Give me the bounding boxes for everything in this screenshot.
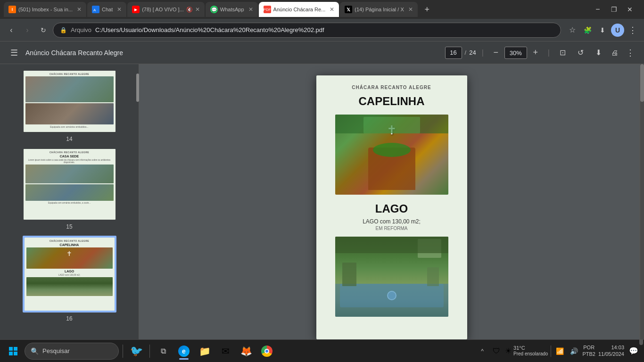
pdf-more-button[interactable]: ⋮ (623, 46, 637, 60)
new-tab-button[interactable]: + (421, 3, 434, 16)
taskbar-divider-2 (149, 345, 150, 358)
maximize-button[interactable]: ❐ (607, 3, 620, 16)
pdf-page-controls: / 24 (445, 47, 476, 59)
explorer-icon: 📁 (199, 346, 211, 357)
address-text: C:/Users/Usuario/Downloads/Anúncio%20Chá… (95, 26, 324, 33)
favicon-pdf: PDF (264, 6, 271, 13)
weather-widget[interactable]: ☀ 31°C Pred ensolarado (505, 345, 548, 357)
pdf-zoom-value: 30% (504, 47, 527, 59)
tab-close-chat[interactable]: ✕ (117, 6, 122, 13)
language-block[interactable]: POR PTB2 (582, 345, 595, 357)
tab-close-youtube[interactable]: ✕ (195, 6, 200, 13)
bookmark-icon[interactable]: ☆ (566, 24, 579, 37)
thumbnails-panel[interactable]: CHÁCARA RECANTO ALEGRE Equipada com armá… (0, 64, 139, 339)
tab-mute-icon[interactable]: 🔇 (186, 7, 193, 13)
forward-button[interactable]: › (21, 24, 34, 37)
bird-icon: 🐦 (130, 345, 143, 357)
network-icon[interactable]: 📶 (554, 346, 565, 357)
show-hidden-icons[interactable]: ^ (477, 346, 488, 357)
windows-icon (9, 347, 17, 355)
pdf-page-input[interactable] (445, 47, 462, 59)
profile-button[interactable]: U (611, 24, 624, 37)
pdf-zoom-divider: | (548, 49, 550, 57)
start-button[interactable] (4, 342, 23, 361)
tab-close-whatsapp[interactable]: ✕ (248, 6, 253, 13)
temperature: 31°C (513, 345, 548, 351)
clock-time: 14:03 (611, 345, 624, 351)
taskbar-mail[interactable]: ✉ (216, 342, 235, 361)
taskbar-edge[interactable]: e (174, 342, 193, 361)
pdf-main-view[interactable]: CHÁCARA RECANTO ALEGRE CAPELINHA ✝ LAGO … (139, 64, 644, 339)
taskbar-search[interactable]: 🔍 Pesquisar (25, 343, 119, 360)
edge-icon: e (178, 346, 190, 357)
datetime-block[interactable]: 14:03 11/05/2024 (598, 345, 624, 357)
svg-rect-2 (14, 347, 17, 351)
tab-close-imobex[interactable]: ✕ (77, 6, 82, 13)
pdf-zoom-in-button[interactable]: + (529, 46, 542, 59)
pdf-document-title: Anúncio Chácara Recanto Alegre (25, 49, 441, 57)
download-icon[interactable]: ⬇ (596, 24, 609, 37)
pdf-page-divider: | (482, 49, 484, 57)
thumbnail-frame-15: CHÁCARA RECANTO ALEGRE CASA SEDE Lorem i… (23, 148, 116, 221)
search-text: Pesquisar (42, 347, 70, 354)
tab-close-pdf[interactable]: ✕ (330, 6, 334, 13)
settings-icon[interactable]: ⋮ (626, 24, 639, 37)
tab-imobex[interactable]: I (501) Imobex - Sua in... ✕ (4, 2, 86, 17)
pdf-zoom-out-button[interactable]: − (489, 46, 503, 59)
taskbar-app-bird[interactable]: 🐦 (127, 342, 146, 361)
tab-twitter[interactable]: 𝕏 (14) Página Inicial / X ✕ (340, 2, 418, 17)
language-code: POR (583, 345, 594, 351)
lago-note: EM REFORMA (376, 226, 408, 231)
close-button[interactable]: ✕ (623, 3, 636, 16)
keyboard-layout: PTB2 (582, 351, 595, 357)
pdf-download-button[interactable]: ⬇ (591, 46, 605, 60)
extensions-icon[interactable]: 🧩 (581, 24, 594, 37)
tab-close-twitter[interactable]: ✕ (408, 6, 413, 13)
thumbnail-scroll-track: CHÁCARA RECANTO ALEGRE Equipada com armá… (0, 70, 139, 322)
antivirus-icon[interactable]: 🛡 (491, 346, 502, 357)
tab-label-twitter: (14) Página Inicial / X (355, 7, 404, 12)
tray-separator (551, 346, 551, 357)
tab-label-youtube: (78) [ AO VIVO ]... (142, 7, 184, 12)
tab-pdf[interactable]: PDF Anúncio Chácara Re... ✕ (259, 2, 339, 17)
favicon-whatsapp: 💬 (210, 6, 218, 13)
tab-chat[interactable]: A Chat ✕ (87, 2, 126, 17)
thumbnail-frame-16-selected: CHÁCARA RECANTO ALEGRE CAPELINHA ✝ LAGO … (23, 236, 116, 313)
weather-icon: ☀ (505, 346, 512, 355)
tab-youtube[interactable]: ▶ (78) [ AO VIVO ]... 🔇 ✕ (127, 2, 205, 17)
chapel-photo: ✝ (335, 115, 448, 195)
thumbnail-item-15[interactable]: CHÁCARA RECANTO ALEGRE CASA SEDE Lorem i… (0, 148, 139, 230)
reload-button[interactable]: ↻ (37, 24, 50, 37)
favicon-imobex: I (8, 6, 16, 13)
notification-button[interactable]: 💬 (627, 345, 640, 358)
address-input[interactable]: 🔒 Arquivo C:/Users/Usuario/Downloads/Anú… (53, 23, 561, 38)
minimize-button[interactable]: − (591, 3, 604, 16)
pdf-print-button[interactable]: 🖨 (607, 46, 621, 60)
taskbar-firefox[interactable]: 🦊 (237, 342, 256, 361)
main-scrollbar-track (640, 64, 644, 339)
tab-label-imobex: (501) Imobex - Sua in... (18, 7, 73, 12)
thumbnail-item-16[interactable]: CHÁCARA RECANTO ALEGRE CAPELINHA ✝ LAGO … (0, 236, 139, 322)
tab-label-pdf: Anúncio Chácara Re... (273, 7, 326, 12)
pdf-menu-button[interactable]: ☰ (7, 45, 22, 60)
weather-text: Pred ensolarado (513, 351, 548, 357)
taskbar-explorer[interactable]: 📁 (195, 342, 214, 361)
pdf-page: CHÁCARA RECANTO ALEGRE CAPELINHA ✝ LAGO … (316, 75, 467, 339)
lake-photo (335, 237, 448, 317)
back-button[interactable]: ‹ (5, 24, 18, 37)
firefox-icon: 🦊 (240, 346, 252, 357)
thumbnail-num-15: 15 (66, 223, 72, 230)
thumbnail-item-14[interactable]: CHÁCARA RECANTO ALEGRE Equipada com armá… (0, 70, 139, 142)
taskbar-chrome[interactable] (257, 342, 276, 361)
task-view-button[interactable]: ⧉ (154, 342, 173, 361)
tab-whatsapp[interactable]: 💬 WhatsApp ✕ (206, 2, 258, 17)
task-view-icon: ⧉ (161, 347, 166, 355)
main-scrollbar-thumb[interactable] (640, 64, 644, 102)
pdf-rotate-button[interactable]: ↺ (573, 46, 587, 60)
volume-icon[interactable]: 🔊 (568, 346, 579, 357)
pdf-fit-page-button[interactable]: ⊡ (555, 46, 570, 60)
favicon-twitter: 𝕏 (345, 6, 352, 13)
svg-rect-1 (9, 347, 13, 351)
chrome-icon (261, 346, 272, 357)
page-section2-title: LAGO (375, 202, 408, 215)
